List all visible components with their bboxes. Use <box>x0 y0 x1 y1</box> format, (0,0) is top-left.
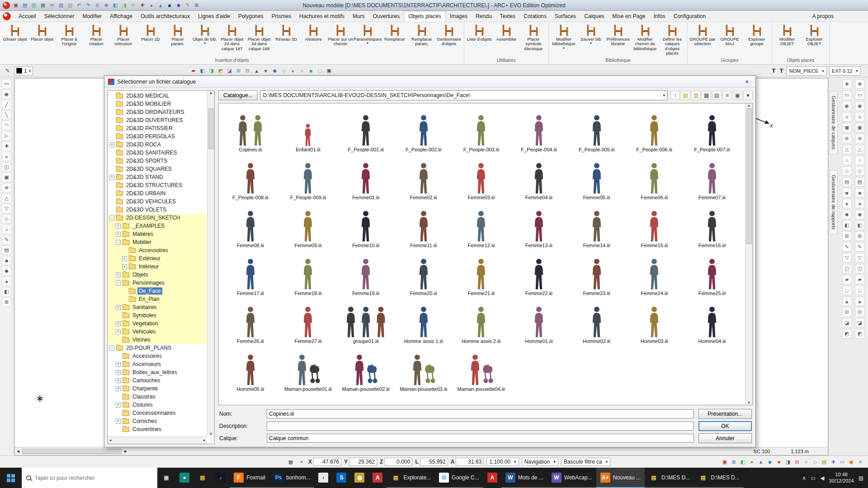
catalog-item-femme03-iii[interactable]: Femme03.iii <box>453 154 510 202</box>
ribbon-button-placer-rotation[interactable]: Placer rotation <box>83 23 110 47</box>
ribbon-button-d-finir-les-calques-d-objets-plac-s[interactable]: Définir les calques d'objets placés <box>659 23 686 56</box>
menu-tab-textes[interactable]: Textes <box>496 11 520 22</box>
catalog-item-copines-iii[interactable]: Copines.iii <box>222 106 279 154</box>
tree-item-accessoires[interactable]: Accessoires <box>108 246 207 254</box>
catalog-item-enfant01-iii[interactable]: Enfant01.iii <box>279 106 337 154</box>
pinned-app-icon-1[interactable]: ● <box>175 468 193 488</box>
catalog-item-maman-pousette02-iii[interactable]: Maman-pousette02.iii <box>337 346 395 394</box>
left-tool-icon[interactable]: ▣ <box>2 173 11 182</box>
tree-item-2d-3d-vehicules[interactable]: 2D&3D VEHICULES <box>108 197 207 206</box>
catalog-item-femme24-iii[interactable]: Femme24.iii <box>625 250 683 298</box>
menu-tab-surfaces[interactable]: Surfaces <box>551 11 580 22</box>
catalog-item-homme02-iii[interactable]: Homme02.iii <box>568 298 626 346</box>
pointer-tool-icon[interactable]: ✎ <box>4 67 11 75</box>
left-tool-icon[interactable]: ✎ <box>2 235 11 244</box>
grid-vertical-scrollbar[interactable]: ▲ ▼ <box>745 103 752 405</box>
menu-tab-configuration[interactable]: Configuration <box>670 11 710 22</box>
ribbon-button-r-seau-3d[interactable]: Réseau 3D <box>273 23 300 42</box>
right-tool-icon[interactable]: ⊞ <box>842 231 852 241</box>
tree-item-2d-3d-mobilier[interactable]: 2D&3D MOBILIER <box>108 100 207 108</box>
tree-item-2d-dessin-sketch[interactable]: −2D-DESSIN_SKETCH <box>108 214 207 222</box>
catalog-item-femme12-iii[interactable]: Femme12.iii <box>453 202 510 250</box>
photoshop-window[interactable]: Psbonhom... <box>269 468 314 488</box>
ribbon-button-placer-l-origine[interactable]: Placer à l'origine <box>56 23 83 47</box>
menu-tab-ouvertures[interactable]: Ouvertures <box>369 11 404 22</box>
toolbar-icon[interactable]: ⊞ <box>235 67 242 75</box>
tree-item-sanitaires[interactable]: +Sanitaires <box>108 303 207 311</box>
tree-item-couvertines[interactable]: Couvertines <box>108 425 207 433</box>
tree-vertical-scrollbar[interactable]: ▲ ▼ <box>207 91 214 436</box>
right-tool-icon[interactable]: ▭ <box>842 90 852 100</box>
monitor-icon[interactable]: ▭ <box>811 475 816 481</box>
catalog-item-femme25-iii[interactable]: Femme25.iii <box>683 250 741 298</box>
tree-item-2d-3d-sports[interactable]: 2D&3D SPORTS <box>108 157 207 165</box>
toolbar-icon[interactable]: ◇ <box>280 67 288 75</box>
scroll-up-icon[interactable]: ▲ <box>209 91 213 95</box>
ribbon-button-exploser-objet[interactable]: Exploser OBJET <box>801 23 828 47</box>
toolbar-icon[interactable]: ⊟ <box>244 67 251 75</box>
clock[interactable]: 10:48 30/12/2024 <box>829 472 854 484</box>
toolbar-icon[interactable]: ▲ <box>253 67 260 75</box>
tree-item-personnages[interactable]: −Personnages <box>108 279 207 287</box>
catalog-item-femme16-iii[interactable]: Femme16.iii <box>683 202 741 250</box>
nom-input[interactable] <box>267 409 694 418</box>
catalog-item-maman-pousette04-iii[interactable]: Maman-pousette04.iii <box>453 346 510 394</box>
file-explorer-icon[interactable]: ▤ <box>193 468 212 488</box>
ribbon-button-placer-param[interactable]: Placer param. <box>164 23 191 47</box>
explorer-window-3[interactable]: ▤D:\MES D... <box>694 468 743 488</box>
expand-icon[interactable]: + <box>116 362 121 367</box>
tree-item-vehicules[interactable]: +Vehicules <box>108 328 207 336</box>
titlebar-tool-icon[interactable]: ▧ <box>57 1 65 9</box>
expand-icon[interactable]: + <box>116 329 121 334</box>
pen-selector[interactable]: 1 ▾ <box>14 66 33 75</box>
ribbon-button-placer-objet-3d-dans-calque-188[interactable]: Placer objet 3d dans calque 188 <box>245 23 273 52</box>
collapse-icon[interactable]: − <box>109 346 114 351</box>
tree-item-en-plan[interactable]: En_Plan <box>108 295 207 303</box>
preview-icon[interactable]: ▣ <box>733 91 742 100</box>
grid-toggle-icon[interactable]: ▦ <box>287 458 295 466</box>
ribbon-button-sauver-bib[interactable]: Sauver bib▾ <box>577 23 604 47</box>
toolbar-icon[interactable]: ◩ <box>217 67 224 75</box>
status-tool-icon[interactable]: ◆ <box>766 458 774 466</box>
large-icons-view-icon[interactable]: ▦ <box>702 91 711 100</box>
expand-icon[interactable]: + <box>116 232 121 237</box>
left-tool-icon[interactable]: ◆ <box>2 266 11 276</box>
tree-item-symboles[interactable]: Symboles <box>108 311 207 319</box>
titlebar-tool-icon[interactable]: ✚ <box>138 1 146 9</box>
left-tool-icon[interactable]: ╲ <box>2 110 11 120</box>
left-tool-icon[interactable]: ◫ <box>2 162 11 172</box>
dialog-close-button[interactable]: × <box>742 77 752 86</box>
filter-combo[interactable]: Bascule filtre ca ▾ <box>561 458 610 466</box>
left-tool-icon[interactable]: ⊕ <box>2 183 11 192</box>
left-tool-icon[interactable]: ▽ <box>2 204 11 213</box>
right-tool-icon[interactable]: ⊕ <box>842 134 852 143</box>
right-tool-icon[interactable]: ▽ <box>855 253 864 263</box>
tree-item-2d-3d-volets[interactable]: 2D&3D VOLETS <box>108 206 207 214</box>
status-tool-icon[interactable]: ● <box>748 458 756 466</box>
left-tool-icon[interactable]: ◉ <box>2 89 11 99</box>
expand-icon[interactable]: + <box>116 386 121 391</box>
tree-item-2d-3d-stand[interactable]: +2D&3D STAND <box>108 173 207 181</box>
left-tool-icon[interactable]: ▷ <box>2 131 11 141</box>
catalog-item-femme20-iii[interactable]: Femme20.iii <box>395 250 453 298</box>
catalog-item-femme17-iii[interactable]: Femme17.iii <box>222 250 279 298</box>
scroll-left-icon[interactable]: ◄ <box>108 438 112 442</box>
left-tool-icon[interactable]: ● <box>2 277 11 286</box>
right-tool-icon[interactable]: ▭ <box>855 90 864 100</box>
catalog-item-femme18-iii[interactable]: Femme18.iii <box>279 250 337 298</box>
status-tool-icon[interactable]: ▣ <box>721 458 729 466</box>
right-tool-icon[interactable]: ◉ <box>855 101 864 111</box>
menu-tab-prismes[interactable]: Prismes <box>268 11 295 22</box>
menu-tab-mise-en-page[interactable]: Mise en Page <box>608 11 649 22</box>
expand-icon[interactable]: + <box>116 403 121 408</box>
pinned-app-icon-4[interactable]: A <box>368 468 387 488</box>
titlebar-tool-icon[interactable]: ▨ <box>66 1 74 9</box>
menu-tab-hachures-et-motifs[interactable]: Hachures et motifs <box>295 11 349 22</box>
right-tool-icon[interactable]: ◆ <box>842 210 852 219</box>
right-tool-icon[interactable]: ✚ <box>842 80 852 89</box>
menu-tab-outils-architecturaux[interactable]: Outils architecturaux <box>137 11 194 22</box>
tree-item-2d-3d-pergolas[interactable]: 2D&3D PERGOLAS <box>108 132 207 141</box>
right-tool-icon[interactable]: ▤ <box>855 177 864 187</box>
right-tool-icon[interactable]: ✎ <box>855 242 864 252</box>
right-tool-icon[interactable]: ⊕ <box>855 134 864 143</box>
